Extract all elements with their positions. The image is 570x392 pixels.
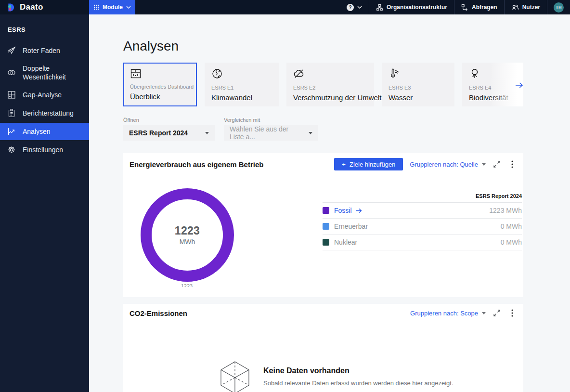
- open-report-select[interactable]: ESRS Report 2024: [123, 125, 215, 141]
- table-row-nuklear[interactable]: Nuklear 0 MWh: [323, 235, 522, 250]
- empty-state-subtitle: Sobald relevante Daten erfasst wurden we…: [263, 379, 453, 387]
- table-row-erneuerbar[interactable]: Erneuerbar 0 MWh: [323, 219, 522, 235]
- module-label: Module: [103, 4, 123, 11]
- user-avatar[interactable]: TH: [554, 2, 564, 13]
- users-button[interactable]: Nutzer: [505, 0, 547, 14]
- chevron-down-icon: [357, 6, 362, 9]
- energy-donut-chart[interactable]: 1223 MWh: [140, 188, 234, 282]
- analysis-tab-carousel: Übergreifendes Dashboard Überblick ESRS …: [123, 63, 523, 106]
- sidebar-item-roter-faden[interactable]: Roter Faden: [0, 42, 89, 59]
- tab-title: Überblick: [130, 92, 160, 101]
- compare-placeholder: Wählen Sie aus der Liste a...: [230, 125, 304, 141]
- page-title: Analysen: [123, 39, 523, 54]
- tab-verschmutzung[interactable]: ESRS E2 Verschmutzung der Umwelt: [286, 63, 374, 106]
- tab-klimawandel[interactable]: ESRS E1 Klimawandel: [205, 63, 279, 106]
- overflow-menu-button[interactable]: [508, 160, 517, 169]
- sidebar-item-label: Doppelte Wesentlichkeit: [23, 64, 76, 81]
- empty-state-title: Keine Daten vorhanden: [263, 366, 453, 375]
- expand-button[interactable]: [492, 160, 501, 169]
- sidebar-item-label: Roter Faden: [23, 46, 60, 55]
- tab-title: Verschmutzung der Umwelt: [293, 93, 381, 102]
- globe-icon: [211, 68, 223, 79]
- paper-plane-icon: [7, 46, 16, 55]
- users-label: Nutzer: [522, 4, 540, 11]
- add-targets-button[interactable]: + Ziele hinzufügen: [334, 158, 403, 170]
- expand-button[interactable]: [492, 309, 501, 317]
- table-row-fossil[interactable]: Fossil 1223 MWh: [323, 203, 522, 219]
- group-by-source-dropdown[interactable]: Gruppieren nach: Quelle: [410, 161, 486, 168]
- sidebar-item-gap-analyse[interactable]: Gap-Analyse: [0, 86, 89, 104]
- sidebar-item-doppelte-wesentlichkeit[interactable]: Doppelte Wesentlichkeit: [0, 60, 89, 85]
- topbar-actions: ? Organisationsstruktur: [340, 0, 570, 14]
- fossil-link[interactable]: Fossil: [334, 207, 362, 214]
- help-menu[interactable]: ?: [340, 0, 369, 14]
- org-chart-icon: [376, 4, 383, 11]
- kebab-menu-icon: [511, 309, 513, 317]
- chevron-down-icon: [205, 132, 209, 134]
- energy-consumption-card: Energieverbrauch aus eigenem Betrieb + Z…: [123, 153, 523, 297]
- tab-subtitle: Übergreifendes Dashboard: [130, 84, 194, 90]
- fossil-value: 1223 MWh: [489, 207, 522, 214]
- overlapping-circles-icon: [7, 68, 16, 78]
- tab-wasser[interactable]: ESRS E3 Wasser: [382, 63, 454, 106]
- fossil-swatch: [323, 207, 329, 214]
- clipboard-icon: [7, 108, 16, 118]
- chevron-down-icon: [482, 163, 486, 166]
- sidebar-item-label: Berichterstattung: [23, 109, 74, 118]
- thermometer-waves-icon: [389, 68, 400, 79]
- tab-subtitle: ESRS E4: [469, 85, 491, 91]
- erneuerbar-swatch: [323, 223, 329, 230]
- divider: [547, 0, 547, 14]
- open-report-value: ESRS Report 2024: [129, 129, 188, 137]
- sidebar: ESRS Roter Faden Doppelte Wesentlichkeit: [0, 14, 89, 392]
- cube-icon: [219, 360, 251, 392]
- sidebar-item-label: Gap-Analyse: [23, 91, 62, 99]
- sidebar-item-berichterstattung[interactable]: Berichterstattung: [0, 105, 89, 122]
- expand-icon: [493, 310, 500, 316]
- flow-arrow-icon: [461, 4, 468, 11]
- grid-icon: [93, 4, 99, 10]
- compare-filter: Vergleichen mit Wählen Sie aus der Liste…: [224, 117, 318, 141]
- tab-title: Biodiversität: [469, 93, 508, 102]
- sidebar-item-einstellungen[interactable]: Einstellungen: [0, 141, 89, 158]
- erneuerbar-value: 0 MWh: [501, 222, 522, 230]
- app-logo[interactable]: Daato: [0, 0, 89, 14]
- compare-select[interactable]: Wählen Sie aus der Liste a...: [224, 125, 318, 141]
- org-structure-button[interactable]: Organisationsstruktur: [369, 0, 454, 14]
- org-structure-label: Organisationsstruktur: [387, 4, 447, 11]
- arrow-right-icon: [355, 208, 362, 213]
- nuklear-swatch: [323, 239, 329, 246]
- group-by-scope-dropdown[interactable]: Gruppieren nach: Scope: [410, 310, 486, 317]
- co2-card-title: CO2-Emissionen: [130, 309, 187, 317]
- tree-icon: [469, 68, 480, 79]
- open-report-label: Öffnen: [123, 117, 215, 123]
- overflow-menu-button[interactable]: [508, 309, 517, 317]
- energy-card-title: Energieverbrauch aus eigenem Betrieb: [130, 160, 263, 169]
- queries-button[interactable]: Abfragen: [454, 0, 504, 14]
- tab-ueberblick[interactable]: Übergreifendes Dashboard Überblick: [123, 63, 197, 106]
- line-chart-icon: [7, 127, 16, 136]
- energy-legend-table: ESRS Report 2024 Fossil 1223 MWh: [323, 190, 522, 250]
- daato-logo-icon: [7, 3, 16, 12]
- help-icon: ?: [347, 4, 354, 11]
- cloud-slash-icon: [293, 68, 305, 79]
- sidebar-item-label: Analysen: [23, 127, 51, 136]
- module-menu-button[interactable]: Module: [89, 0, 135, 14]
- sidebar-item-analysen[interactable]: Analysen: [0, 123, 89, 140]
- gear-icon: [7, 145, 16, 155]
- table-column-header: ESRS Report 2024: [323, 190, 522, 203]
- tab-subtitle: ESRS E3: [389, 85, 411, 91]
- open-report-filter: Öffnen ESRS Report 2024: [123, 117, 215, 141]
- chevron-down-icon: [126, 6, 131, 9]
- tab-title: Klimawandel: [211, 93, 252, 102]
- report-filters: Öffnen ESRS Report 2024 Vergleichen mit …: [123, 117, 523, 141]
- sidebar-section-title: ESRS: [0, 26, 89, 33]
- compare-label: Vergleichen mit: [224, 117, 318, 123]
- queries-label: Abfragen: [472, 4, 497, 11]
- topbar: Daato Module ?: [0, 0, 570, 14]
- tab-biodiversitaet[interactable]: ESRS E4 Biodiversität: [462, 63, 523, 106]
- carousel-next-button[interactable]: [515, 81, 523, 89]
- tab-title: Wasser: [389, 93, 413, 102]
- donut-clipped-label: 1223: [172, 283, 201, 287]
- nuklear-value: 0 MWh: [501, 238, 522, 246]
